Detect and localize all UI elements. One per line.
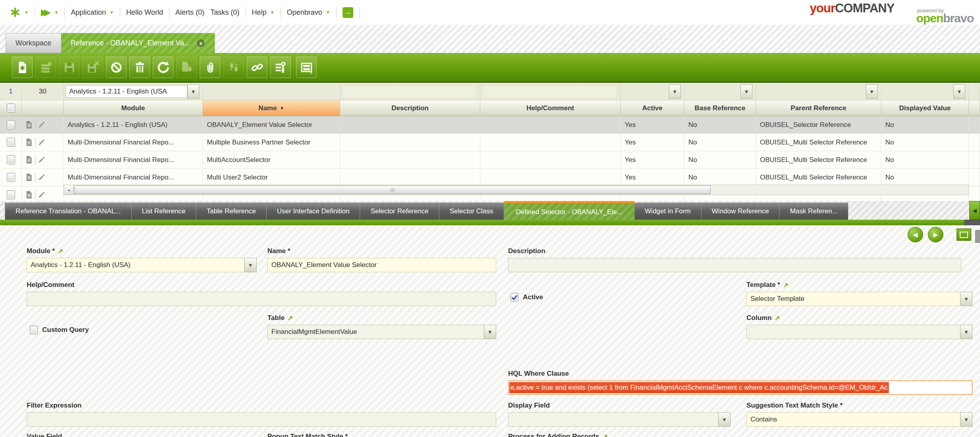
table-row[interactable]: Multi-Dimensional Financial Repo... Mult… (0, 169, 980, 186)
edit-record-icon[interactable] (38, 191, 45, 199)
column-header-displayed-value[interactable]: Displayed Value (881, 100, 969, 116)
display-field-field[interactable] (508, 412, 718, 427)
new-row-button[interactable] (35, 57, 56, 78)
table-field[interactable]: FinancialMgmtElementValue (267, 325, 484, 339)
column-header-name[interactable]: Name ▼ (203, 100, 340, 116)
row-checkbox[interactable] (7, 173, 15, 182)
close-icon[interactable]: x (196, 39, 205, 48)
column-header-help[interactable]: Help/Comment (480, 100, 621, 116)
help-menu[interactable]: Help ▼ (252, 8, 275, 17)
tab-defined-selector-active[interactable]: Defined Selector - OBANALY_Ele... (504, 201, 635, 220)
scrollbar-thumb[interactable] (74, 185, 711, 194)
open-record-icon[interactable] (26, 138, 33, 146)
column-header-description[interactable]: Description (340, 100, 480, 116)
column-header-base-reference[interactable]: Base Reference (684, 100, 756, 116)
edit-record-icon[interactable] (38, 121, 45, 129)
name-field[interactable]: OBANALY_Element Value Selector (267, 258, 496, 272)
edit-record-icon[interactable] (38, 139, 45, 146)
module-filter-dropdown-button[interactable]: ▼ (187, 84, 199, 99)
select-all-checkbox[interactable] (7, 103, 15, 113)
window-settings-button[interactable] (270, 57, 291, 78)
help-filter-input[interactable] (482, 85, 617, 98)
tab-window-reference[interactable]: Window Reference (701, 203, 780, 220)
attachment-button[interactable] (200, 57, 220, 78)
custom-query-checkbox[interactable] (30, 326, 38, 334)
clipped-side-button[interactable] (975, 230, 980, 243)
column-header-parent-reference[interactable]: Parent Reference (756, 100, 881, 116)
workspace-menu-button[interactable]: ▼ (10, 7, 29, 18)
description-field[interactable] (508, 258, 961, 272)
tab-selector-reference[interactable]: Selector Reference (360, 203, 439, 220)
save-close-button[interactable] (82, 57, 103, 78)
tab-widget-in-form[interactable]: Widget in Form (635, 203, 701, 220)
horizontal-scrollbar[interactable]: ◂ (64, 185, 969, 195)
table-row[interactable]: Multi-Dimensional Financial Repo... Mult… (0, 151, 980, 169)
link-to-module-icon[interactable]: ↗ (58, 248, 63, 255)
next-record-button[interactable]: ▶ (928, 227, 943, 242)
module-dropdown-button[interactable]: ▼ (244, 258, 257, 272)
save-button[interactable] (59, 57, 80, 78)
name-filter-cell[interactable] (203, 83, 340, 100)
link-to-table-icon[interactable]: ↗ (287, 315, 293, 322)
new-record-button[interactable] (12, 57, 33, 78)
link-to-column-icon[interactable]: ↗ (774, 315, 780, 322)
column-dropdown-button[interactable]: ▼ (960, 325, 972, 339)
open-record-icon[interactable] (26, 156, 33, 164)
open-record-icon[interactable] (26, 173, 33, 181)
row-checkbox[interactable] (7, 120, 15, 129)
column-field[interactable] (746, 325, 960, 339)
hello-world-link[interactable]: Hello World (126, 8, 163, 17)
suggestion-text-match-field[interactable]: Contains (746, 412, 960, 427)
tab-selector-class[interactable]: Selector Class (439, 203, 504, 220)
table-row[interactable]: Analytics - 1.2.11 - English (USA) OBANA… (0, 116, 980, 134)
display-field-dropdown-button[interactable]: ▼ (718, 412, 731, 427)
parent-reference-filter-dropdown-button[interactable]: ▼ (866, 84, 878, 99)
tab-reference-active[interactable]: Reference - OBANALY_Element Va... x (61, 33, 215, 53)
link-button[interactable] (247, 57, 267, 78)
row-checkbox[interactable] (7, 155, 15, 164)
tab-reference-translation[interactable]: Reference Translation - OBANAL... (5, 203, 132, 220)
scroll-left-button[interactable]: ◂ (64, 185, 74, 195)
column-header-active[interactable]: Active (621, 100, 684, 116)
application-menu[interactable]: Application ▼ (71, 8, 114, 17)
tasks-link[interactable]: Tasks (0) (210, 8, 240, 17)
delete-button[interactable] (129, 57, 150, 78)
row-checkbox[interactable] (7, 190, 15, 199)
undo-button[interactable] (106, 57, 127, 78)
template-field[interactable]: Selector Template (746, 292, 960, 306)
base-reference-filter-dropdown-button[interactable]: ▼ (740, 84, 752, 99)
tab-mask-reference[interactable]: Mask Referen... (779, 203, 848, 220)
help-comment-field[interactable] (27, 292, 496, 306)
suggestion-dropdown-button[interactable]: ▼ (960, 412, 972, 427)
refresh-button[interactable] (153, 57, 173, 78)
quick-launch-menu-button[interactable]: ▶▶ ▼ (41, 8, 58, 17)
row-checkbox[interactable] (7, 138, 15, 147)
export-button[interactable] (176, 57, 197, 78)
hql-where-clause-field[interactable]: e.active = true and exists (select 1 fro… (508, 380, 972, 395)
table-dropdown-button[interactable]: ▼ (484, 325, 496, 339)
module-filter-input[interactable]: Analytics - 1.2.11 - English (USA (66, 85, 187, 98)
tab-user-interface-definition[interactable]: User Interface Definition (267, 203, 360, 220)
open-record-icon[interactable] (26, 121, 33, 129)
link-to-process-icon[interactable]: ↗ (602, 433, 608, 437)
alerts-link[interactable]: Alerts (0) (175, 8, 205, 17)
tab-scroll-left-button[interactable]: ◀ (969, 201, 980, 220)
template-dropdown-button[interactable]: ▼ (960, 292, 972, 306)
tab-workspace[interactable]: Workspace (6, 33, 61, 53)
previous-record-button[interactable]: ◀ (908, 227, 923, 242)
description-filter-input[interactable] (342, 85, 477, 98)
column-header-module[interactable]: Module (64, 100, 203, 116)
active-checkbox[interactable] (510, 293, 518, 302)
table-row[interactable]: Multi-Dimensional Financial Repo... Mult… (0, 134, 980, 151)
link-to-template-icon[interactable]: ↗ (783, 282, 789, 289)
edit-record-icon[interactable] (38, 174, 45, 181)
open-record-icon[interactable] (26, 191, 33, 199)
module-field[interactable]: Analytics - 1.2.11 - English (USA) (27, 258, 244, 272)
tab-list-reference[interactable]: List Reference (132, 203, 197, 220)
logout-button[interactable]: → (343, 7, 353, 18)
filter-expression-field[interactable] (27, 412, 496, 427)
active-filter-dropdown-button[interactable]: ▼ (669, 84, 681, 99)
displayed-value-filter-dropdown-button[interactable]: ▼ (953, 84, 965, 99)
grid-form-toggle-button[interactable] (296, 57, 317, 78)
maximize-form-button[interactable] (957, 228, 971, 241)
